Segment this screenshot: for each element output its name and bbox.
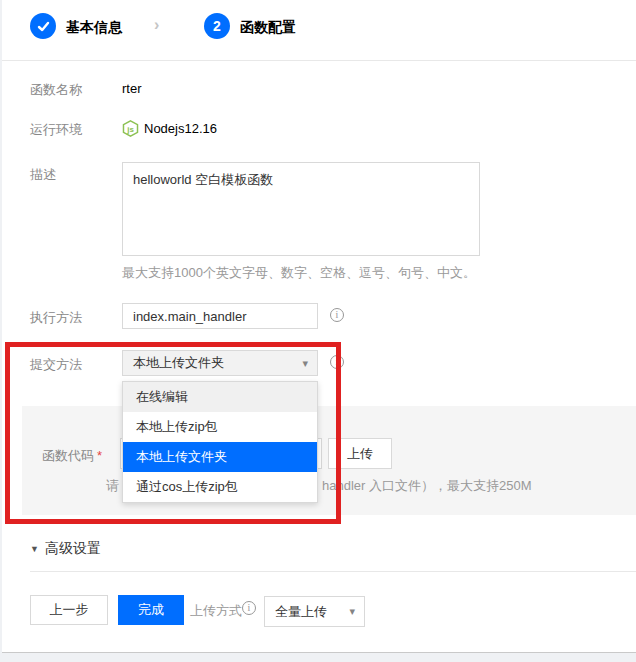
function-code-label: 函数代码* <box>42 447 102 465</box>
step2-circle: 2 <box>204 13 230 39</box>
function-name-value: rter <box>122 81 142 96</box>
dropdown-option-local-zip[interactable]: 本地上传zip包 <box>123 412 317 442</box>
upload-mode-label: 上传方式 <box>190 602 242 620</box>
description-label: 描述 <box>30 166 56 184</box>
handler-label: 执行方法 <box>30 309 82 327</box>
dropdown-option-online-edit[interactable]: 在线编辑 <box>123 382 317 412</box>
svg-text:js: js <box>126 125 134 134</box>
submit-method-info-icon[interactable]: i <box>330 355 344 369</box>
code-hint-left-fragment: 请 <box>106 477 119 495</box>
finish-button[interactable]: 完成 <box>118 595 184 625</box>
handler-info-icon[interactable]: i <box>330 308 344 322</box>
chevron-right-icon: › <box>154 16 159 34</box>
step1-circle <box>30 13 56 39</box>
advanced-settings-label: 高级设置 <box>45 540 101 556</box>
wizard-card: 基本信息 › 2 函数配置 函数名称 rter 运行环境 js Nodejs12… <box>2 0 636 653</box>
step1-label: 基本信息 <box>66 19 122 37</box>
runtime-label: 运行环境 <box>30 121 82 139</box>
chevron-down-icon: ▾ <box>302 357 308 370</box>
upload-mode-select[interactable]: 全量上传 ▾ <box>264 596 365 627</box>
check-icon <box>37 20 50 33</box>
submit-method-dropdown-menu: 在线编辑 本地上传zip包 本地上传文件夹 通过cos上传zip包 <box>122 381 318 503</box>
upload-button[interactable]: 上传 <box>328 438 392 469</box>
advanced-settings-toggle[interactable]: ▼高级设置 <box>30 540 101 558</box>
submit-method-label: 提交方法 <box>30 356 82 374</box>
description-hint: 最大支持1000个英文字母、数字、空格、逗号、句号、中文。 <box>122 264 476 282</box>
dropdown-option-cos-zip[interactable]: 通过cos上传zip包 <box>123 472 317 502</box>
chevron-down-icon: ▾ <box>349 605 355 618</box>
dropdown-option-local-folder[interactable]: 本地上传文件夹 <box>123 442 317 472</box>
code-hint-right-fragment: handler 入口文件），最大支持250M <box>322 477 532 495</box>
function-name-label: 函数名称 <box>30 81 82 99</box>
stepper-divider <box>2 60 636 61</box>
footer-divider <box>30 571 636 572</box>
submit-method-select[interactable]: 本地上传文件夹 ▾ <box>122 350 318 376</box>
description-textarea[interactable]: helloworld 空白模板函数 <box>122 162 480 256</box>
previous-step-button[interactable]: 上一步 <box>30 595 108 625</box>
runtime-value: Nodejs12.16 <box>144 121 217 136</box>
handler-input[interactable] <box>122 303 318 329</box>
function-config-screen: 基本信息 › 2 函数配置 函数名称 rter 运行环境 js Nodejs12… <box>0 0 636 662</box>
triangle-down-icon: ▼ <box>30 544 39 554</box>
step2-label: 函数配置 <box>240 19 296 37</box>
upload-mode-selected-value: 全量上传 <box>275 603 327 621</box>
submit-method-selected-value: 本地上传文件夹 <box>133 354 224 372</box>
nodejs-icon: js <box>122 120 139 137</box>
required-asterisk: * <box>97 448 102 463</box>
upload-mode-info-icon[interactable]: i <box>242 601 256 615</box>
